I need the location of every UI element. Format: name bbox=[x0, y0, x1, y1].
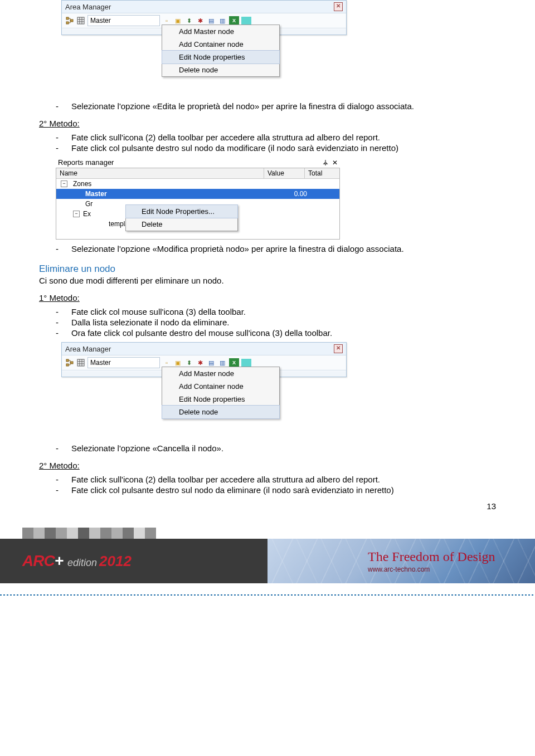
grid-icon[interactable] bbox=[76, 16, 85, 25]
toolbar-icon[interactable]: ▫ bbox=[162, 358, 171, 367]
close-icon[interactable]: ✕ bbox=[332, 159, 338, 167]
body-text: Selezionate l'opzione «Edita le propriet… bbox=[71, 101, 414, 111]
tree-icon[interactable] bbox=[65, 358, 74, 367]
menu-item-add-container[interactable]: Add Container node bbox=[162, 38, 279, 51]
close-icon[interactable]: ✕ bbox=[334, 2, 343, 11]
toolbar-icon[interactable]: ▥ bbox=[218, 16, 227, 25]
toolbar-icon[interactable]: ✱ bbox=[196, 16, 205, 25]
col-total: Total bbox=[305, 168, 339, 179]
menu-item-edit-properties[interactable]: Edit Node Properties... bbox=[125, 204, 238, 218]
collapse-icon[interactable]: − bbox=[61, 181, 67, 187]
svg-rect-0 bbox=[66, 17, 69, 19]
body-text: Fate click col pulsante destro sul nodo … bbox=[71, 143, 398, 153]
tagline: The Freedom of Design bbox=[368, 549, 535, 564]
toolbar-icon[interactable]: ▣ bbox=[173, 358, 182, 367]
svg-rect-1 bbox=[66, 22, 69, 24]
panel-title: Area Manager bbox=[65, 345, 111, 353]
node-dropdown[interactable]: Master bbox=[87, 15, 160, 26]
svg-rect-5 bbox=[66, 364, 69, 366]
excel-icon[interactable]: X bbox=[229, 358, 239, 367]
list-icon[interactable] bbox=[241, 359, 251, 367]
pixel-strip bbox=[22, 528, 535, 539]
table-header: Name Value Total bbox=[56, 168, 339, 179]
method-label: 1° Metodo: bbox=[39, 293, 496, 303]
menu-item-edit-properties[interactable]: Edit Node properties bbox=[162, 50, 280, 64]
svg-rect-4 bbox=[66, 359, 69, 362]
menu-item-add-master[interactable]: Add Master node bbox=[162, 25, 279, 38]
context-menu: Edit Node Properties... Delete bbox=[125, 204, 238, 231]
toolbar-icon[interactable]: ▤ bbox=[207, 358, 216, 367]
menu-item-add-container[interactable]: Add Container node bbox=[162, 380, 279, 393]
site-url: www.arc-techno.com bbox=[368, 565, 535, 573]
svg-rect-6 bbox=[71, 362, 73, 364]
toolbar-icon[interactable]: ⬍ bbox=[184, 16, 193, 25]
body-text: Fate click col pulsante destro sul nodo … bbox=[71, 485, 394, 495]
body-text: Fate click col mouse sull'icona (3) dell… bbox=[71, 307, 246, 316]
body-text: Ci sono due modi differenti per eliminar… bbox=[39, 276, 496, 285]
body-text: Selezionate l'opzione «Cancella il nodo»… bbox=[71, 443, 223, 453]
menu-item-add-master[interactable]: Add Master node bbox=[162, 367, 279, 380]
menu-item-delete[interactable]: Delete node bbox=[162, 405, 280, 419]
excel-icon[interactable]: X bbox=[229, 16, 239, 25]
menu-item-delete[interactable]: Delete bbox=[126, 218, 237, 231]
method-label: 2° Metodo: bbox=[39, 461, 496, 470]
node-dropdown[interactable]: Master bbox=[87, 357, 160, 368]
body-text: Dalla lista selezionate il nodo da elimi… bbox=[71, 318, 230, 327]
svg-rect-3 bbox=[77, 17, 84, 24]
page-number: 13 bbox=[0, 501, 535, 511]
footer-banner: ARC+ edition 2012 The Freedom of Design … bbox=[0, 528, 535, 596]
close-icon[interactable]: ✕ bbox=[334, 344, 343, 353]
tree-row[interactable]: − Zones bbox=[56, 179, 339, 189]
col-name: Name bbox=[56, 168, 264, 179]
svg-rect-7 bbox=[77, 359, 84, 366]
method-label: 2° Metodo: bbox=[39, 119, 496, 128]
tree-row-selected[interactable]: Master 0.00 bbox=[56, 189, 339, 199]
col-value: Value bbox=[264, 168, 305, 179]
context-menu: Add Master node Add Container node Edit … bbox=[162, 367, 280, 419]
body-text: Selezionate l'opzione «Modifica propriet… bbox=[71, 244, 404, 253]
body-text: Fate click sull'icona (2) della toolbar … bbox=[71, 133, 380, 142]
toolbar-icon[interactable]: ▤ bbox=[207, 16, 216, 25]
collapse-icon[interactable]: − bbox=[73, 211, 80, 217]
toolbar-icon[interactable]: ▫ bbox=[162, 16, 171, 25]
toolbar-icon[interactable]: ⬍ bbox=[184, 358, 193, 367]
panel-title: Reports manager bbox=[58, 158, 114, 167]
body-text: Ora fate click col pulsante destro del m… bbox=[71, 328, 332, 338]
toolbar-icon[interactable]: ▥ bbox=[218, 358, 227, 367]
panel-title: Area Manager bbox=[65, 3, 111, 11]
tree-icon[interactable] bbox=[65, 16, 74, 25]
reports-manager-screenshot: Reports manager ✕ Name Value Total − Zon… bbox=[56, 157, 340, 240]
section-heading: Eliminare un nodo bbox=[39, 264, 496, 275]
menu-item-edit-properties[interactable]: Edit Node properties bbox=[162, 393, 279, 406]
body-text: Fate click sull'icona (2) della toolbar … bbox=[71, 475, 380, 484]
toolbar-icon[interactable]: ▣ bbox=[173, 16, 182, 25]
arc-logo: ARC+ edition 2012 bbox=[22, 552, 132, 570]
toolbar-icon[interactable]: ✱ bbox=[196, 358, 205, 367]
menu-item-delete[interactable]: Delete node bbox=[162, 64, 279, 76]
context-menu: Add Master node Add Container node Edit … bbox=[162, 25, 280, 77]
grid-icon[interactable] bbox=[76, 358, 85, 367]
dotted-rule bbox=[0, 594, 535, 596]
list-icon[interactable] bbox=[241, 17, 251, 25]
area-manager-screenshot-2: Area Manager ✕ Master ▫ ▣ ⬍ ✱ ▤ ▥ X bbox=[61, 342, 496, 431]
svg-rect-2 bbox=[71, 19, 73, 22]
area-manager-screenshot-1: Area Manager ✕ Master ▫ ▣ ⬍ ✱ ▤ ▥ X bbox=[61, 0, 496, 89]
pin-icon[interactable] bbox=[322, 159, 329, 166]
bullet-dash: - bbox=[56, 101, 71, 111]
